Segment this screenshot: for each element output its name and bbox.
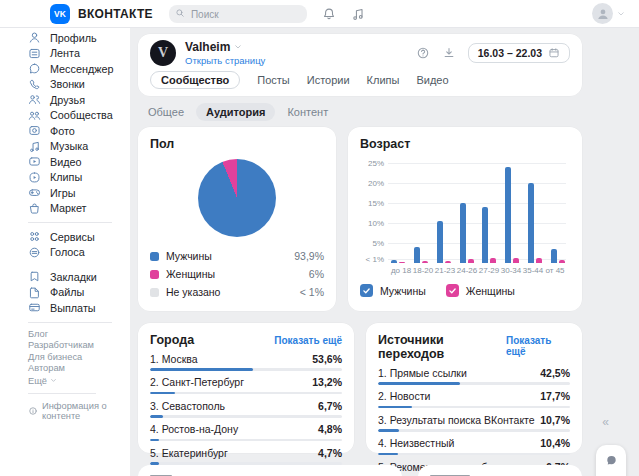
show-more-link[interactable]: Показать ещё [274, 335, 342, 346]
cards-row-clipped [138, 465, 582, 476]
sidebar-item-payouts[interactable]: Выплаты [28, 300, 130, 316]
y-tick-label: 15% [360, 199, 384, 208]
sidebar-item-calls[interactable]: Звонки [28, 77, 130, 93]
sidebar-item-voices[interactable]: Голоса [28, 245, 130, 261]
sidebar-item-friends[interactable]: Друзья [28, 92, 130, 108]
legend-value: 6% [309, 268, 324, 280]
progress-track [150, 439, 342, 442]
footer-link[interactable]: Разработчикам [28, 340, 94, 352]
sidebar-item-photos[interactable]: Фото [28, 123, 130, 139]
header-tab-0[interactable]: Сообщество [150, 71, 240, 89]
header-tab-2[interactable]: Истории [307, 72, 350, 88]
list-item-label: 1. Прямые ссылки [378, 368, 467, 379]
vk-logo[interactable]: VK [50, 4, 70, 24]
show-more-link[interactable]: Показать ещё [506, 335, 570, 357]
messenger-icon [28, 62, 41, 75]
list-item-value: 10,7% [540, 415, 570, 426]
content-info-link[interactable]: Информация о контенте [28, 401, 114, 421]
collapse-sidebar-icon[interactable]: « [602, 415, 609, 429]
footer-link[interactable]: Авторам [28, 363, 65, 375]
sidebar-item-market[interactable]: Маркет [28, 201, 130, 217]
voices-icon [28, 246, 41, 259]
open-page-link[interactable]: Открыть страницу [185, 55, 265, 66]
bar-Женщины-4 [490, 258, 496, 263]
progress-fill [378, 453, 398, 456]
sidebar-item-services[interactable]: Сервисы [28, 229, 130, 245]
subtab-1[interactable]: Аудитория [196, 103, 275, 121]
music-icon[interactable] [351, 7, 365, 21]
bar-Мужчины-7 [551, 249, 557, 263]
x-tick-label: от 45 [544, 266, 566, 275]
help-icon[interactable] [416, 46, 430, 60]
age-bars [390, 159, 566, 263]
chevron-down-icon [617, 10, 625, 18]
sidebar-item-communities[interactable]: Сообщества [28, 108, 130, 124]
footer-link[interactable]: Блог [28, 329, 48, 341]
topbar: VK ВКОНТАКТЕ [0, 0, 639, 28]
x-tick-label: 24-26 [456, 266, 478, 275]
list-item-label: 4. Ростов-на-Дону [150, 424, 238, 435]
chevron-down-icon [50, 377, 57, 384]
sidebar-item-label: Фото [50, 125, 75, 137]
date-range-value: 16.03 – 22.03 [478, 47, 542, 59]
sidebar-item-label: Голоса [50, 246, 85, 258]
info-icon [28, 406, 38, 416]
gender-pie-chart [198, 159, 276, 237]
page-title: Valheim [185, 40, 230, 54]
card-title: Источники переходов [378, 333, 506, 361]
chat-fab-button[interactable] [596, 445, 626, 476]
list-item-label: 3. Результаты поиска ВКонтакте [378, 415, 535, 426]
subtab-0[interactable]: Общее [138, 103, 194, 121]
date-range-button[interactable]: 16.03 – 22.03 [468, 43, 570, 63]
header-tab-4[interactable]: Видео [416, 72, 448, 88]
cities-list: 1. Москва53,6%2. Санкт-Петербург13,2%3. … [150, 354, 342, 465]
cities-card: Города Показать ещё 1. Москва53,6%2. Сан… [138, 323, 354, 453]
list-item-label: 5. Екатеринбург [150, 448, 228, 459]
sidebar-item-games[interactable]: Игры [28, 185, 130, 201]
content-info-label: Информация о контенте [42, 401, 114, 421]
bar-Мужчины-1 [414, 247, 420, 263]
sidebar-item-label: Звонки [50, 78, 85, 90]
y-tick-label: 10% [360, 219, 384, 228]
sidebar-item-clips[interactable]: Клипы [28, 170, 130, 186]
list-item: 4. Неизвестный10,4% [378, 438, 570, 455]
bar-Мужчины-2 [437, 221, 443, 263]
bar-group-5 [504, 159, 520, 263]
list-item-label: 3. Севастополь [150, 401, 225, 412]
list-item-label: 2. Новости [378, 391, 430, 402]
list-item-label: 2. Санкт-Петербург [150, 377, 244, 388]
account-menu[interactable] [592, 3, 625, 24]
list-item-row: 2. Новости17,7% [378, 391, 570, 402]
bell-icon[interactable] [322, 7, 336, 21]
community-avatar[interactable]: V [150, 40, 176, 66]
sidebar-item-music[interactable]: Музыка [28, 139, 130, 155]
age-bar-chart: 25%20%15%10%5%< 1% [360, 159, 570, 263]
sidebar-footer: БлогРазработчикамДля бизнесаАвторам Ещё … [28, 329, 130, 421]
sidebar-item-files[interactable]: Файлы [28, 285, 130, 301]
sidebar-nav: ПрофильЛентаМессенджерЗвонкиДрузьяСообще… [28, 30, 130, 316]
header-tab-3[interactable]: Клипы [367, 72, 400, 88]
legend-checkbox-1[interactable]: Женщины [446, 284, 515, 297]
sidebar-item-profile[interactable]: Профиль [28, 30, 130, 46]
sources-list: 1. Прямые ссылки42,5%2. Новости17,7%3. Р… [378, 368, 570, 476]
header-tab-1[interactable]: Посты [257, 72, 289, 88]
subtab-2[interactable]: Контент [277, 103, 338, 121]
community-name-dropdown[interactable]: Valheim [185, 40, 265, 54]
legend-swatch [150, 270, 159, 279]
search-input[interactable] [169, 5, 307, 23]
footer-more-link[interactable]: Ещё [28, 376, 114, 386]
sidebar-item-video[interactable]: Видео [28, 154, 130, 170]
card-title: Возраст [360, 137, 570, 151]
sidebar-item-feed[interactable]: Лента [28, 46, 130, 62]
sidebar-item-label: Маркет [50, 202, 87, 214]
music-icon [28, 140, 41, 153]
download-icon[interactable] [442, 46, 456, 60]
sidebar-item-messenger[interactable]: Мессенджер [28, 61, 130, 77]
files-icon [28, 286, 41, 299]
sidebar-item-label: Закладки [50, 271, 97, 283]
legend-checkbox-0[interactable]: Мужчины [360, 284, 426, 297]
bar-group-2 [436, 159, 452, 263]
sidebar-item-bookmarks[interactable]: Закладки [28, 269, 130, 285]
games-icon [28, 186, 41, 199]
footer-link[interactable]: Для бизнеса [28, 352, 82, 364]
